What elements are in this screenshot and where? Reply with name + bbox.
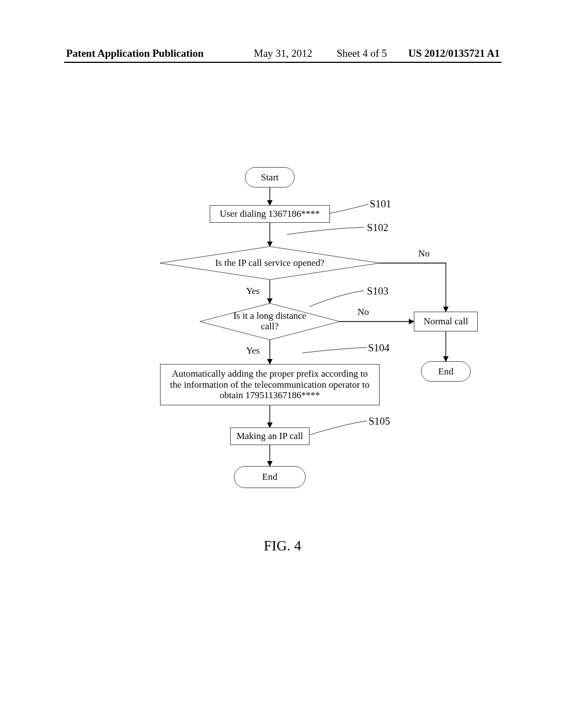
step-s103: S103 — [367, 285, 388, 297]
node-start-label: Start — [261, 172, 279, 183]
node-user-dialing: User dialing 1367186**** — [210, 205, 330, 223]
edge-ip-opened-no: No — [418, 248, 430, 259]
header-rule — [64, 62, 502, 63]
flowchart: Start User dialing 1367186**** S101 Is t… — [0, 0, 565, 728]
publication-label: Patent Application Publication — [66, 47, 204, 60]
node-normal-call-label: Normal call — [424, 316, 468, 327]
flowchart-edges — [0, 0, 565, 728]
step-s104: S104 — [368, 342, 390, 354]
node-end-right-label: End — [438, 366, 453, 377]
publication-date: May 31, 2012 — [254, 47, 312, 60]
node-ip-opened: Is the IP call service opened? — [160, 247, 380, 280]
svg-marker-9 — [200, 303, 340, 340]
node-end-left: End — [234, 466, 306, 488]
edge-long-distance-no: No — [358, 307, 369, 318]
figure-caption: FIG. 4 — [0, 538, 565, 554]
node-make-ip-call: Making an IP call — [230, 427, 310, 445]
edge-long-distance-yes: Yes — [246, 345, 260, 356]
node-make-ip-call-label: Making an IP call — [237, 431, 303, 442]
node-add-prefix: Automatically adding the proper prefix a… — [160, 364, 380, 405]
node-long-distance: Is it a long distance call? — [200, 303, 340, 340]
node-ip-opened-label: Is the IP call service opened? — [215, 258, 324, 269]
step-s105: S105 — [369, 415, 390, 427]
node-long-distance-label: Is it a long distance call? — [233, 311, 306, 331]
node-end-right: End — [421, 361, 471, 382]
node-start: Start — [245, 167, 295, 188]
publication-number: US 2012/0135721 A1 — [408, 47, 500, 60]
page: Patent Application Publication May 31, 2… — [0, 0, 565, 728]
edge-ip-opened-yes: Yes — [246, 286, 260, 297]
step-s101: S101 — [370, 198, 391, 210]
step-s102: S102 — [367, 222, 388, 234]
sheet-number: Sheet 4 of 5 — [337, 47, 387, 60]
node-normal-call: Normal call — [414, 312, 478, 331]
node-user-dialing-label: User dialing 1367186**** — [220, 208, 319, 220]
node-add-prefix-label: Automatically adding the proper prefix a… — [166, 368, 374, 401]
node-end-left-label: End — [262, 472, 277, 483]
svg-marker-8 — [160, 247, 380, 280]
